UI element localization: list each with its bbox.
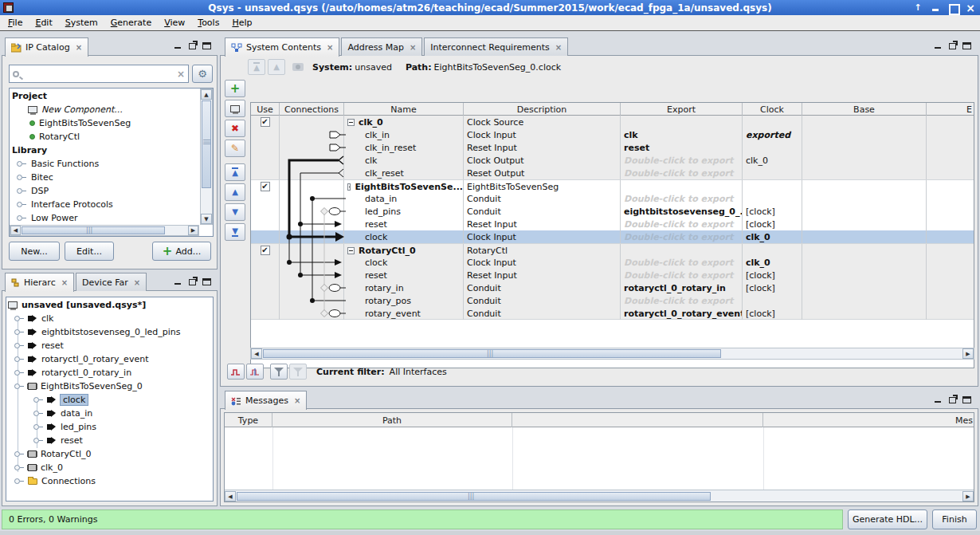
scroll-right-icon[interactable]: ▶ [962,348,974,359]
hierarchy-item-data-in[interactable]: data_in [8,407,211,420]
scroll-up-icon[interactable]: ▲ [201,89,212,100]
table-row[interactable]: clkClock OutputDouble-click to exportclk… [251,154,974,167]
scroll-left-icon[interactable]: ◀ [10,226,21,235]
move-to-top-button[interactable]: ▲ [225,163,245,181]
messages-hscrollbar[interactable]: ◀ ||| ▶ [225,490,974,502]
scroll-right-icon[interactable]: ▶ [188,226,198,235]
expand-handle-icon[interactable] [33,397,39,403]
close-tab-icon[interactable]: × [294,396,300,405]
hierarchy-item-clock[interactable]: clock [8,393,211,407]
scroll-down-icon[interactable]: ▼ [201,214,212,224]
expand-handle-icon[interactable] [14,343,20,348]
show-signals-button[interactable] [227,364,245,380]
table-row[interactable]: clk_in_resetReset Inputreset [251,141,974,154]
col-end[interactable]: E [927,103,974,116]
hierarchy-item-rotaryctl-module[interactable]: RotaryCtl_0 [8,447,211,461]
new-component-button[interactable] [225,100,245,117]
col-connections[interactable]: Connections [280,103,344,116]
menu-system[interactable]: System [59,16,104,30]
expand-handle-icon[interactable] [33,424,39,430]
maximize-panel-icon[interactable] [202,42,211,49]
close-tab-icon[interactable]: × [76,43,82,52]
collapse-icon[interactable] [347,247,355,254]
move-up-disabled-button[interactable]: ▲ [268,59,285,75]
remove-button[interactable]: ✖ [225,120,245,137]
table-row[interactable]: led_pinsConduiteightbitstosevenseg_0_...… [251,205,974,218]
add-button[interactable]: +Add... [152,242,211,261]
clear-filter-button[interactable] [289,364,307,380]
move-down-button[interactable]: ▼ [225,203,245,221]
expand-handle-icon[interactable] [14,329,20,335]
expand-handle-icon[interactable] [14,316,20,321]
hscroll-thumb[interactable] [22,226,165,234]
table-row[interactable]: clk_resetReset OutputDouble-click to exp… [251,167,974,179]
table-row[interactable]: resetReset InputDouble-click to export[c… [251,269,974,281]
hierarchy-item-clk0-module[interactable]: clk_0 [8,461,211,474]
hierarchy-item-rotary-event[interactable]: rotaryctl_0_rotary_event [8,352,211,366]
messages-body[interactable] [225,427,974,490]
maximize-panel-icon[interactable] [962,396,971,403]
menu-view[interactable]: View [158,16,191,30]
col-use[interactable]: Use [251,103,280,116]
move-up-button[interactable]: ▲ [225,183,245,201]
ip-tree-vscrollbar[interactable]: ▲ ||| ▼ [200,89,213,225]
table-hscrollbar[interactable]: ◀ ||| ▶ [250,348,974,360]
collapse-icon[interactable] [347,119,355,126]
float-panel-icon[interactable] [949,43,956,49]
table-row[interactable]: clockClock InputDouble-click to exportcl… [251,256,974,269]
expand-handle-icon[interactable] [17,161,22,167]
move-top-disabled-button[interactable]: ▲ [248,59,265,75]
table-row[interactable]: rotary_eventConduitrotaryctl_0_rotary_ev… [251,307,974,320]
tab-ip-catalog[interactable]: IP Catalog × [5,37,88,57]
edit-button[interactable]: Edit... [65,242,114,261]
table-row[interactable]: resetReset InputDouble-click to export[c… [251,218,974,230]
filter-button[interactable] [270,364,288,380]
col-description[interactable]: Description [464,103,621,116]
tree-item-eightbitstosevenseg[interactable]: EightBitsToSevenSeg [12,116,199,130]
hierarchy-item-rotary-in[interactable]: rotaryctl_0_rotary_in [8,366,211,380]
titlebar[interactable]: Qsys - unsaved.qsys (/auto/homes/atm26/t… [0,0,980,15]
expand-handle-icon[interactable] [17,215,22,221]
close-tab-icon[interactable]: × [61,278,68,287]
table-row-selected[interactable]: clockClock InputDouble-click to exportcl… [251,230,974,243]
shade-window-icon[interactable]: ↑ [913,3,923,13]
new-button[interactable]: New... [9,242,60,261]
col-spacer[interactable] [512,413,763,427]
close-tab-icon[interactable]: × [134,278,140,287]
float-panel-icon[interactable] [189,279,196,285]
hierarchy-item-connections[interactable]: Connections [8,474,211,488]
close-window-icon[interactable]: × [966,3,975,13]
expand-handle-icon[interactable] [14,370,20,376]
minimize-panel-icon[interactable] [934,41,943,49]
float-panel-icon[interactable] [189,43,196,49]
expand-handle-icon[interactable] [14,356,20,362]
scroll-right-icon[interactable]: ▶ [962,491,974,502]
tree-item-dsp[interactable]: DSP [12,184,199,198]
menu-help[interactable]: Help [225,16,258,30]
expand-handle-icon[interactable] [14,478,20,484]
close-tab-icon[interactable]: × [555,43,562,52]
col-base[interactable]: Base [802,103,927,116]
table-row[interactable]: ✔EightBitsToSevenSe...EightBitsToSevenSe… [251,179,974,192]
col-path[interactable]: Path [272,413,512,427]
minimize-window-icon[interactable] [931,3,940,13]
tab-messages[interactable]: Messages × [225,391,307,410]
maximize-window-icon[interactable] [948,3,958,13]
expand-handle-icon[interactable] [17,202,22,207]
ip-tree-hscrollbar[interactable]: ◀ ||| ▶ [10,225,199,236]
clear-search-icon[interactable]: × [177,69,185,80]
generate-hdl-button[interactable]: Generate HDL... [848,509,927,529]
hierarchy-item-reset2[interactable]: reset [8,434,211,447]
hierarchy-item-led-pins[interactable]: led_pins [8,420,211,434]
tab-hierarchy[interactable]: Hierarc × [5,273,74,292]
scroll-left-icon[interactable]: ◀ [225,491,236,502]
add-component-button[interactable]: + [225,80,245,97]
expand-handle-icon[interactable] [33,438,39,443]
move-to-bottom-button[interactable]: ▼ [225,223,245,241]
minimize-panel-icon[interactable] [934,395,943,403]
hierarchy-item-led-pins-export[interactable]: eightbitstosevenseg_0_led_pins [8,325,211,339]
scroll-left-icon[interactable]: ◀ [251,348,262,359]
expand-handle-icon[interactable] [17,188,22,194]
hierarchy-item-clk[interactable]: clk [8,312,211,325]
ip-settings-button[interactable]: ⚙ [192,65,213,83]
